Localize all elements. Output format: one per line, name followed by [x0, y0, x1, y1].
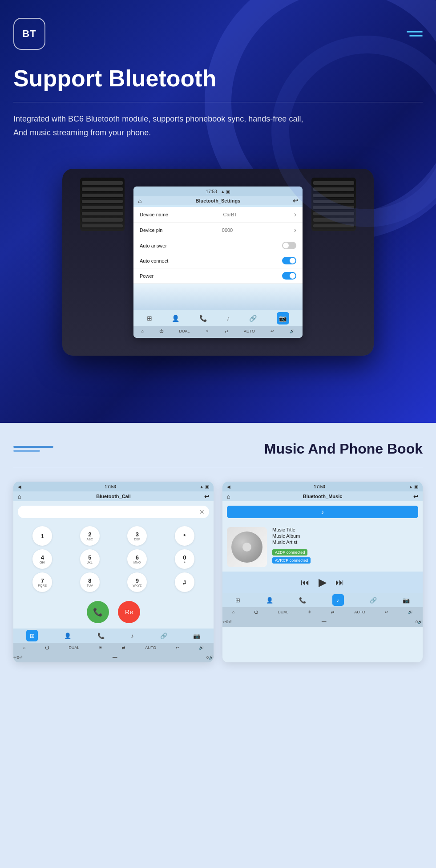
- call-home-icon[interactable]: ⌂: [18, 493, 21, 500]
- dial-1[interactable]: 1: [32, 526, 52, 546]
- music-note-icon: ♪: [321, 508, 324, 515]
- power-label: Power: [140, 273, 153, 279]
- auto-connect-toggle[interactable]: [282, 257, 296, 264]
- screen-gradient: [133, 284, 303, 310]
- call-back-status: ◀: [18, 484, 21, 489]
- nav-grid-icon[interactable]: ⊞: [147, 315, 152, 322]
- hero-section: BT Support Bluetooth Integrated with BC6…: [0, 0, 436, 423]
- hamburger-line-2: [409, 35, 423, 37]
- hero-header: BT: [13, 18, 423, 50]
- music-artist: Music Artist: [272, 539, 418, 545]
- music-status-bar: ◀ 17:53 ▲ ▣: [222, 482, 423, 491]
- call-nav-camera[interactable]: 📷: [193, 633, 200, 639]
- device-name-label: Device name: [140, 212, 168, 217]
- music-search-bar[interactable]: ♪: [227, 506, 418, 518]
- dial-hash[interactable]: #: [175, 572, 194, 592]
- section-icon: [13, 446, 53, 452]
- music-time: 17:53: [314, 484, 325, 489]
- music-info: Music Title Music Album Music Artist A2D…: [272, 527, 418, 564]
- section-header: Music And Phone Book: [13, 441, 423, 457]
- hero-description: Integrated with BC6 Bluetooth module, su…: [13, 112, 423, 139]
- device-pin-row[interactable]: Device pin 0000: [133, 223, 303, 238]
- vent-left: [80, 178, 125, 231]
- auto-answer-toggle[interactable]: [282, 242, 296, 249]
- nav-link-icon[interactable]: 🔗: [249, 315, 257, 322]
- main-screen[interactable]: 17:53 ▲ ▣ ⌂ Bluetooth_Settings ↩ Device …: [133, 187, 303, 338]
- music-bottom-nav: ⊞ 👤 📞 ♪ 🔗 📷: [222, 593, 423, 607]
- toggle-knob: [290, 273, 295, 279]
- nav-phone-icon[interactable]: 📞: [199, 315, 207, 322]
- call-nav-link[interactable]: 🔗: [160, 633, 167, 639]
- call-sys-2: ↩0⏎━━0🔊: [13, 653, 214, 662]
- nav-home-icon[interactable]: ⌂: [138, 197, 141, 204]
- nav-music-icon[interactable]: ♪: [226, 315, 230, 322]
- music-sys-2: ↩0⏎━━0🔊: [222, 617, 423, 627]
- toggle-knob: [290, 258, 295, 264]
- call-time: 17:53: [105, 484, 116, 489]
- dial-2[interactable]: 2ABC: [80, 526, 100, 546]
- music-title: Music Title: [272, 527, 418, 532]
- call-redial-btn[interactable]: Re: [118, 601, 140, 623]
- dial-0[interactable]: 0+: [175, 549, 194, 569]
- call-search-clear[interactable]: ✕: [199, 508, 205, 515]
- call-nav-phone[interactable]: 📞: [97, 633, 105, 639]
- music-screen: ◀ 17:53 ▲ ▣ ⌂ Bluetooth_Music ↩ ♪ Music …: [222, 482, 423, 662]
- dial-3[interactable]: 3DEF: [127, 526, 147, 546]
- call-nav-music[interactable]: ♪: [131, 633, 134, 639]
- icon-line-1: [13, 446, 53, 448]
- sys-bar: ⌂ ⏻ DUAL ✳ ⇄ AUTO ↩ 🔊: [133, 326, 303, 336]
- music-nav-music[interactable]: ♪: [332, 594, 344, 606]
- call-search-bar[interactable]: ✕: [18, 506, 209, 518]
- call-nav-grid[interactable]: ⊞: [26, 630, 38, 641]
- dial-7[interactable]: 7PQRS: [32, 572, 52, 592]
- music-nav-phone[interactable]: 📞: [299, 597, 306, 604]
- call-actions: 📞 Re: [13, 596, 214, 629]
- music-back-icon[interactable]: ↩: [413, 493, 418, 500]
- call-nav-person[interactable]: 👤: [64, 633, 71, 639]
- dial-star[interactable]: *: [175, 526, 194, 546]
- auto-connect-row[interactable]: Auto connect: [133, 253, 303, 268]
- play-button[interactable]: ▶: [319, 576, 327, 588]
- dial-8[interactable]: 8TUV: [80, 572, 100, 592]
- music-content: Music Title Music Album Music Artist A2D…: [222, 523, 423, 572]
- next-button[interactable]: ⏭: [335, 577, 344, 588]
- auto-answer-row[interactable]: Auto answer: [133, 238, 303, 253]
- hamburger-icon[interactable]: [407, 31, 423, 37]
- section-title: Music And Phone Book: [264, 441, 423, 457]
- music-screen-title: Bluetooth_Music: [303, 494, 343, 499]
- music-nav-camera[interactable]: 📷: [403, 597, 410, 604]
- toggle-knob: [283, 243, 289, 248]
- call-bottom-nav: ⊞ 👤 📞 ♪ 🔗 📷: [13, 629, 214, 643]
- music-nav-grid[interactable]: ⊞: [235, 597, 240, 604]
- music-home-icon[interactable]: ⌂: [227, 493, 230, 500]
- power-row[interactable]: Power: [133, 268, 303, 284]
- device-name-value: CarBT: [223, 212, 238, 217]
- hero-title: Support Bluetooth: [13, 66, 423, 91]
- call-back-icon[interactable]: ↩: [204, 493, 209, 500]
- music-controls: ⏮ ▶ ⏭: [222, 572, 423, 593]
- dial-6[interactable]: 6MNO: [127, 549, 147, 569]
- dial-9[interactable]: 9WXYZ: [127, 572, 147, 592]
- nav-person-icon[interactable]: 👤: [172, 315, 179, 322]
- screen-title: Bluetooth_Settings: [196, 198, 241, 203]
- auto-answer-label: Auto answer: [140, 243, 167, 248]
- device-name-row[interactable]: Device name CarBT: [133, 207, 303, 223]
- prev-button[interactable]: ⏮: [301, 577, 310, 588]
- dial-4[interactable]: 4GHI: [32, 549, 52, 569]
- call-status-bar: ◀ 17:53 ▲ ▣: [13, 482, 214, 491]
- call-screen: ◀ 17:53 ▲ ▣ ⌂ Bluetooth_Call ↩ ✕ 1 2ABC …: [13, 482, 214, 662]
- music-nav-link[interactable]: 🔗: [370, 597, 377, 604]
- device-pin-label: Device pin: [140, 227, 162, 233]
- dial-5[interactable]: 5JKL: [80, 549, 100, 569]
- call-answer-btn[interactable]: 📞: [87, 601, 109, 623]
- icon-line-2: [13, 450, 40, 452]
- hero-divider: [13, 102, 423, 102]
- nav-camera-icon[interactable]: 📷: [277, 312, 289, 324]
- avrcp-badge: AVRCP connected: [272, 557, 311, 564]
- music-nav-person[interactable]: 👤: [266, 597, 273, 604]
- hamburger-line-1: [407, 31, 423, 32]
- vent-right: [311, 178, 356, 231]
- power-toggle[interactable]: [282, 272, 296, 280]
- nav-back-icon[interactable]: ↩: [293, 197, 298, 204]
- sys-bar-2: ↩ 0 ⏎ ━━ 0 🔊: [133, 336, 303, 338]
